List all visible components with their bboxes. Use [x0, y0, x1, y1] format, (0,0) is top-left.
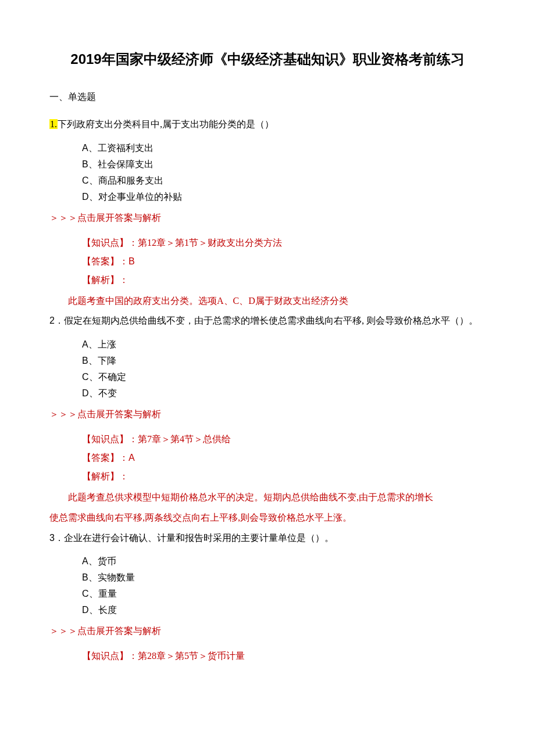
explain-text-2-line2: 使总需求曲线向右平移,两条线交点向右上平移,则会导致价格总水平上涨。 — [49, 510, 486, 526]
section-heading: 一、单选题 — [49, 89, 486, 106]
q1-option-d: D、对企事业单位的补贴 — [82, 189, 486, 205]
answer-block-3: 【知识点】：第28章＞第5节＞货币计量 — [49, 647, 486, 665]
q1-option-a: A、工资福利支出 — [82, 140, 486, 156]
question-2-text: 2．假定在短期内总供给曲线不变，由于总需求的增长使总需求曲线向右平移, 则会导致… — [49, 313, 486, 329]
knowledge-point-3: 【知识点】：第28章＞第5节＞货币计量 — [82, 647, 486, 665]
question-2-number: 2 — [49, 313, 55, 329]
question-3-number: 3 — [49, 530, 55, 547]
q3-option-a: A、货币 — [82, 553, 486, 569]
answer-2: 【答案】：A — [82, 449, 486, 467]
answer-block-1: 【知识点】：第12章＞第1节＞财政支出分类方法 【答案】：B 【解析】： — [49, 234, 486, 289]
question-1: 1.下列政府支出分类科目中,属于支出功能分类的是（） A、工资福利支出 B、社会… — [49, 116, 486, 309]
explain-label-1: 【解析】： — [82, 271, 486, 289]
question-3-options: A、货币 B、实物数量 C、重量 D、长度 — [49, 553, 486, 618]
question-2-body: ．假定在短期内总供给曲线不变，由于总需求的增长使总需求曲线向右平移, 则会导致价… — [55, 316, 478, 325]
q3-option-b: B、实物数量 — [82, 569, 486, 586]
explain-text-1: 此题考查中国的政府支出分类。选项A、C、D属于财政支出经济分类 — [49, 293, 486, 310]
q1-option-b: B、社会保障支出 — [82, 156, 486, 173]
question-1-body: 下列政府支出分类科目中,属于支出功能分类的是（） — [58, 119, 274, 129]
question-3: 3．企业在进行会计确认、计量和报告时采用的主要计量单位是（）。 A、货币 B、实… — [49, 530, 486, 666]
q2-option-d: D、不变 — [82, 385, 486, 402]
expand-answer-link-2[interactable]: ＞＞＞点击展开答案与解析 — [49, 406, 486, 423]
knowledge-point-2: 【知识点】：第7章＞第4节＞总供给 — [82, 430, 486, 449]
q2-option-a: A、上涨 — [82, 336, 486, 353]
question-2-options: A、上涨 B、下降 C、不确定 D、不变 — [49, 336, 486, 402]
q1-option-c: C、商品和服务支出 — [82, 173, 486, 189]
answer-block-2: 【知识点】：第7章＞第4节＞总供给 【答案】：A 【解析】： — [49, 430, 486, 486]
q3-option-c: C、重量 — [82, 586, 486, 602]
question-1-options: A、工资福利支出 B、社会保障支出 C、商品和服务支出 D、对企事业单位的补贴 — [49, 140, 486, 205]
question-2: 2．假定在短期内总供给曲线不变，由于总需求的增长使总需求曲线向右平移, 则会导致… — [49, 313, 486, 526]
q2-option-c: C、不确定 — [82, 369, 486, 385]
q3-option-d: D、长度 — [82, 602, 486, 618]
question-1-text: 1.下列政府支出分类科目中,属于支出功能分类的是（） — [49, 116, 486, 133]
answer-1: 【答案】：B — [82, 252, 486, 271]
question-3-body: ．企业在进行会计确认、计量和报告时采用的主要计量单位是（）。 — [55, 533, 334, 543]
question-3-text: 3．企业在进行会计确认、计量和报告时采用的主要计量单位是（）。 — [49, 530, 486, 547]
q2-option-b: B、下降 — [82, 353, 486, 369]
explain-text-2-line1: 此题考查总供求模型中短期价格总水平的决定。短期内总供给曲线不变,由于总需求的增长 — [49, 489, 486, 506]
explain-label-2: 【解析】： — [82, 467, 486, 486]
page-title: 2019年国家中级经济师《中级经济基础知识》职业资格考前练习 — [49, 46, 486, 71]
expand-answer-link-1[interactable]: ＞＞＞点击展开答案与解析 — [49, 210, 486, 227]
knowledge-point-1: 【知识点】：第12章＞第1节＞财政支出分类方法 — [82, 234, 486, 252]
question-1-number: 1. — [49, 119, 58, 129]
expand-answer-link-3[interactable]: ＞＞＞点击展开答案与解析 — [49, 623, 486, 640]
